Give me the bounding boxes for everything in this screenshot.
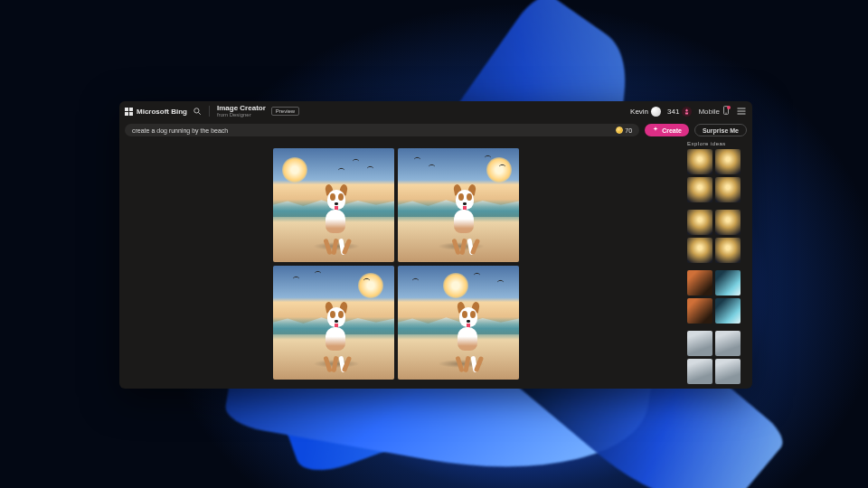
explore-sidebar: Explore ideas (687, 141, 743, 389)
coin-icon (616, 127, 623, 134)
result-image-1[interactable] (273, 148, 394, 262)
search-icon[interactable] (193, 107, 202, 116)
result-image-4[interactable] (398, 266, 519, 380)
preview-badge: Preview (271, 107, 299, 116)
explore-thumb[interactable] (687, 149, 712, 174)
microsoft-logo-icon (125, 108, 133, 116)
explore-thumb[interactable] (715, 331, 741, 356)
credits-count: 70 (625, 127, 632, 134)
rewards[interactable]: 341 (667, 107, 692, 117)
explore-thumb[interactable] (687, 270, 712, 296)
mobile-link[interactable]: Mobile (698, 106, 730, 117)
brand[interactable]: Microsoft Bing (125, 108, 187, 116)
explore-thumb[interactable] (715, 177, 741, 202)
explore-thumb[interactable] (715, 238, 741, 263)
boost-credits[interactable]: 70 (616, 127, 632, 134)
explore-thumb[interactable] (687, 210, 712, 235)
explore-thumb[interactable] (715, 270, 741, 296)
rewards-icon (682, 107, 692, 117)
explore-set-2 (687, 210, 743, 263)
explore-thumb[interactable] (715, 359, 741, 384)
image-creator-window: Microsoft Bing Image Creator from Design… (119, 101, 752, 389)
sparkle-icon (652, 127, 659, 134)
top-bar: Microsoft Bing Image Creator from Design… (119, 101, 752, 121)
account-menu[interactable]: Kevin (630, 107, 661, 117)
explore-thumb[interactable] (687, 359, 712, 384)
notification-dot (727, 106, 731, 109)
result-image-3[interactable] (273, 266, 394, 380)
avatar (651, 107, 661, 117)
svg-line-1 (198, 112, 200, 114)
explore-set-1 (687, 149, 743, 202)
phone-icon (722, 106, 730, 117)
prompt-input[interactable]: create a dog running by the beach 70 (125, 124, 639, 136)
explore-thumb[interactable] (715, 149, 741, 174)
explore-thumb[interactable] (715, 298, 741, 324)
menu-icon[interactable] (736, 106, 747, 117)
svg-point-0 (194, 108, 199, 113)
mobile-label: Mobile (698, 108, 720, 116)
prompt-text: create a dog running by the beach (132, 127, 612, 134)
explore-thumb[interactable] (687, 331, 712, 356)
explore-thumb[interactable] (687, 238, 712, 263)
surprise-me-button[interactable]: Surprise Me (694, 124, 747, 136)
surprise-label: Surprise Me (703, 127, 739, 134)
user-name: Kevin (630, 108, 648, 116)
explore-thumb[interactable] (687, 177, 712, 202)
explore-heading: Explore ideas (687, 141, 743, 146)
explore-set-3 (687, 270, 743, 324)
brand-label: Microsoft Bing (137, 108, 187, 116)
explore-thumb[interactable] (715, 210, 741, 235)
result-grid (273, 148, 519, 380)
create-button[interactable]: Create (645, 124, 689, 136)
app-subtitle-label: from Designer (217, 112, 266, 117)
content-area: Explore ideas (119, 141, 752, 389)
explore-thumb[interactable] (687, 298, 712, 324)
app-title[interactable]: Image Creator from Designer (217, 105, 266, 117)
explore-set-4 (687, 331, 743, 384)
prompt-toolbar: create a dog running by the beach 70 Cre… (119, 121, 752, 139)
divider (209, 106, 210, 117)
app-title-label: Image Creator (217, 105, 266, 112)
create-label: Create (662, 127, 682, 134)
result-image-2[interactable] (398, 148, 519, 262)
rewards-points: 341 (667, 108, 679, 116)
